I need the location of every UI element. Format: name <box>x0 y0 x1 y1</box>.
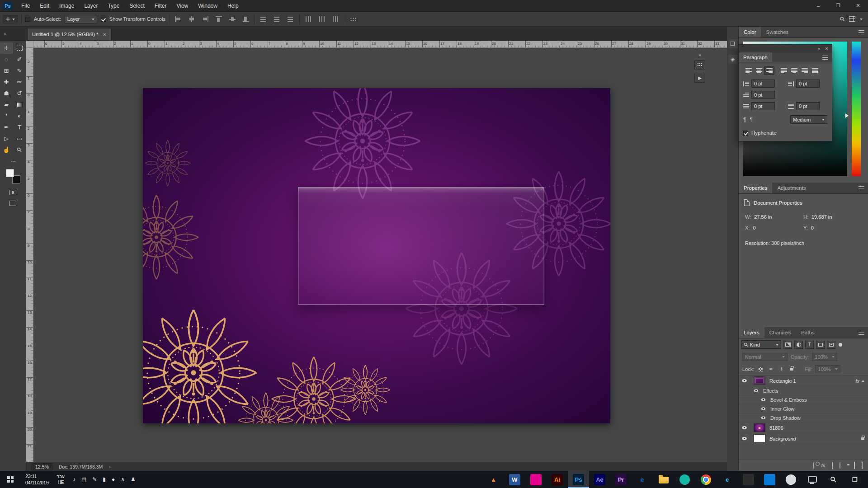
start-button[interactable] <box>0 471 21 488</box>
indent-left-field[interactable]: 0 pt <box>751 80 775 88</box>
tab-properties[interactable]: Properties <box>739 183 772 193</box>
filter-adjustment-layers-button[interactable] <box>794 341 803 349</box>
minimize-button[interactable]: – <box>808 0 828 11</box>
auto-select-dropdown[interactable]: Layer <box>65 15 97 23</box>
tool-preset-picker[interactable]: ✛ <box>3 15 18 23</box>
fx-badge[interactable]: fx <box>855 378 859 384</box>
link-layers-button[interactable] <box>813 462 814 469</box>
align-center-button[interactable] <box>754 66 764 75</box>
lock-transparency-button[interactable] <box>757 366 764 373</box>
more-tools-button[interactable]: ⋯ <box>10 158 16 164</box>
menu-select[interactable]: Select <box>124 0 149 12</box>
clone-stamp-tool[interactable]: ☗ <box>0 88 13 99</box>
quick-select-tool[interactable]: ✐ <box>13 54 26 65</box>
hue-slider[interactable] <box>852 42 861 176</box>
layer-row-effects[interactable]: Effects <box>739 386 868 395</box>
language-switcher[interactable]: עבר HE <box>53 471 68 488</box>
collapsed-panel-info-icon[interactable]: ◈ <box>728 55 737 64</box>
eyedropper-tool[interactable]: ✎ <box>13 65 26 76</box>
opacity-dropdown[interactable]: 100% <box>812 353 837 361</box>
app-vlc[interactable]: ▲ <box>483 471 504 488</box>
volume-icon[interactable]: ♪ <box>73 476 75 483</box>
justify-last-center-button[interactable] <box>789 66 799 75</box>
panel-menu-icon[interactable] <box>859 331 864 335</box>
layer-style-button[interactable]: fx <box>821 463 825 468</box>
new-layer-button[interactable] <box>854 462 855 469</box>
collapsed-play-panel-button[interactable]: ▶ <box>694 73 705 83</box>
eraser-tool[interactable]: ▰ <box>0 99 13 110</box>
path-select-tool[interactable]: ▷ <box>0 133 13 144</box>
app-store[interactable] <box>759 471 780 488</box>
status-chevron-icon[interactable]: › <box>109 464 111 469</box>
add-mask-button[interactable] <box>832 462 833 469</box>
adjustment-layer-button[interactable] <box>840 462 840 469</box>
close-button[interactable]: ✕ <box>848 0 868 11</box>
align-left-button[interactable] <box>743 66 754 75</box>
menu-file[interactable]: File <box>16 0 35 12</box>
visibility-toggle[interactable] <box>759 395 768 404</box>
tools-collapse-button[interactable]: « <box>0 27 26 41</box>
tab-paths[interactable]: Paths <box>796 327 819 338</box>
menu-view[interactable]: View <box>171 0 193 12</box>
zoom-tool[interactable]: ⚲ <box>13 144 26 155</box>
menu-window[interactable]: Window <box>193 0 222 12</box>
app-word[interactable]: W <box>504 471 525 488</box>
distribute-v-centers-button[interactable] <box>272 14 282 24</box>
filter-kind-dropdown[interactable]: ⚲ Kind <box>741 340 781 349</box>
display-icon[interactable]: ▤ <box>81 476 86 483</box>
hue-slider-pointer-icon[interactable] <box>845 113 851 118</box>
collapsed-panel-libraries-icon[interactable]: ❏ <box>728 39 737 48</box>
delete-layer-button[interactable] <box>862 462 863 469</box>
app-after-effects[interactable]: Ae <box>589 471 610 488</box>
tab-layers[interactable]: Layers <box>739 327 764 338</box>
visibility-toggle[interactable] <box>739 422 750 433</box>
chevron-down-icon[interactable] <box>860 19 863 22</box>
app-search[interactable]: ⚲ <box>823 471 844 488</box>
filter-toggle-icon[interactable] <box>839 343 842 347</box>
shape-tool[interactable]: ▭ <box>13 133 26 144</box>
auto-select-checkbox[interactable] <box>25 17 30 22</box>
healing-brush-tool[interactable]: ✚ <box>0 76 13 88</box>
indent-right-field[interactable]: 0 pt <box>796 80 820 88</box>
lock-position-button[interactable]: ✛ <box>778 366 785 373</box>
hyphenate-checkbox[interactable] <box>743 131 748 136</box>
marquee-tool[interactable] <box>13 42 26 54</box>
tab-paragraph[interactable]: Paragraph <box>739 52 772 62</box>
app-edge-blue[interactable]: e <box>717 471 738 488</box>
zoom-level-field[interactable]: 12.5% <box>32 463 52 470</box>
align-right-button[interactable] <box>764 66 774 75</box>
layer-row-drop-shadow[interactable]: Drop Shadow <box>739 413 868 422</box>
app-edge[interactable]: e <box>632 471 653 488</box>
pen-input-icon[interactable]: ✎ <box>92 476 97 483</box>
canvas-viewport[interactable]: 6543210123456789101112131415161718192021… <box>26 41 727 462</box>
menu-type[interactable]: Type <box>103 0 124 12</box>
paragraph-rtl-button[interactable]: ¶ <box>750 117 752 122</box>
panel-menu-icon[interactable] <box>859 186 864 190</box>
align-right-edges-button[interactable] <box>200 14 210 24</box>
layer-row-rectangle-1[interactable]: Rectangle 1fx <box>739 375 868 386</box>
justify-all-button[interactable] <box>810 66 820 75</box>
foreground-color-swatch[interactable] <box>6 169 14 177</box>
distribute-right-button[interactable] <box>330 14 340 24</box>
space-before-field[interactable]: 0 pt <box>751 102 775 110</box>
lock-all-button[interactable] <box>788 366 796 373</box>
move-tool[interactable]: ✛ <box>0 42 13 54</box>
fill-dropdown[interactable]: 100% <box>815 365 840 373</box>
filter-pixel-layers-button[interactable] <box>783 341 792 349</box>
app-light-circle[interactable] <box>780 471 802 488</box>
history-brush-tool[interactable]: ↺ <box>13 88 26 99</box>
network-icon[interactable]: ● <box>112 476 115 483</box>
hand-tool[interactable]: ☝ <box>0 144 13 155</box>
space-after-field[interactable]: 0 pt <box>796 102 820 110</box>
menu-edit[interactable]: Edit <box>35 0 54 12</box>
close-panel-icon[interactable]: ✕ <box>825 46 829 51</box>
menu-image[interactable]: Image <box>54 0 79 12</box>
visibility-toggle[interactable] <box>759 413 768 422</box>
tab-channels[interactable]: Channels <box>764 327 797 338</box>
battery-icon[interactable]: ▮ <box>103 476 106 483</box>
canvas-rectangle[interactable] <box>298 187 544 305</box>
expand-panels-icon[interactable]: » <box>698 52 701 57</box>
crop-tool[interactable]: ⊞ <box>0 65 13 76</box>
close-tab-icon[interactable]: ✕ <box>103 32 106 37</box>
justify-last-left-button[interactable] <box>778 66 789 75</box>
